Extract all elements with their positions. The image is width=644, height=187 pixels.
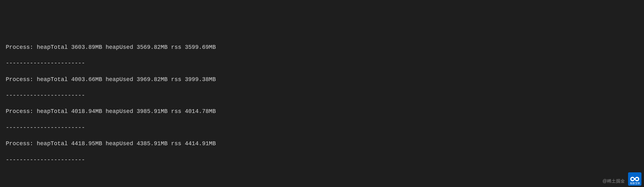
divider-line: ----------------------- — [6, 156, 638, 164]
brand-logo: 创新互联 — [628, 172, 641, 186]
process-line: Process: heapTotal 4018.94MB heapUsed 39… — [6, 108, 638, 116]
brand-text: 创新互联 — [630, 182, 640, 185]
blank-line — [6, 172, 638, 180]
divider-line: ----------------------- — [6, 59, 638, 67]
process-line: Process: heapTotal 3603.89MB heapUsed 35… — [6, 43, 638, 51]
watermark-text: @稀土掘金 — [603, 178, 625, 184]
process-line: Process: heapTotal 4003.66MB heapUsed 39… — [6, 76, 638, 84]
terminal-output: Process: heapTotal 3603.89MB heapUsed 35… — [6, 35, 638, 187]
process-line: Process: heapTotal 4418.95MB heapUsed 43… — [6, 140, 638, 148]
divider-line: ----------------------- — [6, 124, 638, 132]
divider-line: ----------------------- — [6, 92, 638, 100]
